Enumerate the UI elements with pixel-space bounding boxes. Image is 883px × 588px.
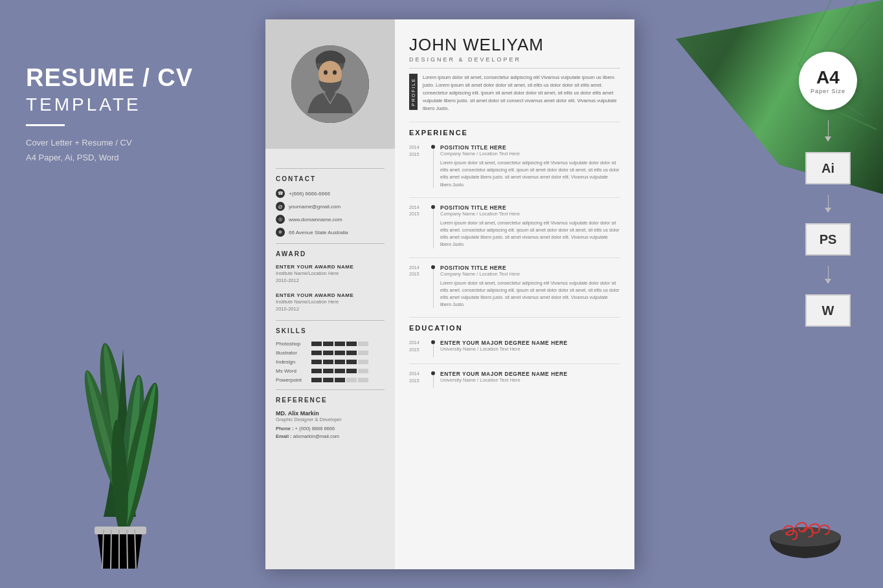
skill-name-3: Indesign bbox=[276, 359, 311, 365]
exp-content-1: POSITION TITLE HERE Company Name / Locat… bbox=[440, 144, 620, 188]
skill-bar bbox=[335, 342, 345, 346]
skill-bar-empty bbox=[358, 378, 368, 382]
format-badge-ps: PS bbox=[805, 223, 851, 256]
exp-title-1: POSITION TITLE HERE bbox=[440, 144, 620, 151]
left-divider-2 bbox=[276, 243, 385, 244]
skill-bars-3 bbox=[311, 360, 368, 364]
skill-bar bbox=[346, 360, 357, 364]
left-divider-3 bbox=[276, 320, 385, 321]
skill-bar bbox=[323, 351, 333, 355]
section-divider-2 bbox=[409, 197, 620, 198]
email-icon: @ bbox=[276, 202, 285, 211]
skill-bar bbox=[323, 360, 333, 364]
format-label-ps: PS bbox=[820, 232, 837, 247]
edu-university-2: University Name / Location Text Here bbox=[440, 377, 620, 383]
subtitle: Cover Letter + Resume / CV A4 Paper, Ai,… bbox=[26, 135, 220, 166]
svg-line-13 bbox=[127, 530, 128, 569]
skill-powerpoint: Powerpoint bbox=[276, 377, 385, 383]
phone-icon: ☎ bbox=[276, 189, 285, 198]
reference-role: Graphic Designer & Developer bbox=[276, 417, 385, 422]
format-badge-ai: Ai bbox=[805, 152, 851, 184]
skill-name-1: Photoshop bbox=[276, 341, 311, 347]
skill-bar bbox=[323, 369, 333, 373]
exp-content-3: POSITION TITLE HERE Company Name / Locat… bbox=[440, 265, 620, 309]
plant-decoration bbox=[39, 297, 220, 588]
award-name-2: ENTER YOUR AWARD NAME bbox=[276, 292, 385, 298]
exp-dot-line-1 bbox=[431, 144, 435, 188]
arrow-line-3 bbox=[828, 266, 829, 279]
skill-photoshop: Photoshop bbox=[276, 341, 385, 347]
exp-company-3: Company Name / Location Text Here bbox=[440, 271, 620, 277]
resume-right-column: JOHN WELIYAM DESIGNER & DEVELOPER PROFIL… bbox=[395, 19, 634, 569]
web-icon: ◎ bbox=[276, 215, 285, 224]
skill-bar-empty bbox=[358, 351, 368, 355]
svg-rect-9 bbox=[95, 527, 146, 534]
skill-bar-empty bbox=[358, 342, 368, 346]
resume-role: DESIGNER & DEVELOPER bbox=[409, 56, 620, 63]
exp-title-3: POSITION TITLE HERE bbox=[440, 265, 620, 271]
arrow-head-3 bbox=[825, 279, 831, 284]
edu-year-1: 20142015 bbox=[409, 340, 431, 357]
resume-photo-area bbox=[265, 19, 395, 149]
contact-phone: ☎ +(666) 6666-6666 bbox=[276, 189, 385, 198]
exp-company-1: Company Name / Location Text Here bbox=[440, 151, 620, 157]
arrow-head-2 bbox=[825, 208, 831, 213]
skill-bar bbox=[311, 360, 322, 364]
location-icon: ⊕ bbox=[276, 228, 285, 237]
edu-entry-2: 20142015 ENTER YOUR MAJOR DEGREE NAME HE… bbox=[409, 371, 620, 388]
edu-dot-line-1 bbox=[431, 340, 435, 357]
contact-section-title: CONTACT bbox=[276, 175, 385, 182]
a4-badge: A4 Paper Size bbox=[799, 52, 857, 110]
svg-point-19 bbox=[333, 71, 337, 75]
edu-university-1: University Name / Location Text Here bbox=[440, 346, 620, 352]
profile-label: PROFILE bbox=[409, 74, 418, 110]
arrow-head-1 bbox=[825, 136, 831, 142]
arrow-line-2 bbox=[828, 195, 829, 208]
exp-year-2: 20142015 bbox=[409, 204, 431, 248]
right-sidebar: A4 Paper Size Ai PS W bbox=[799, 52, 857, 327]
skill-bar bbox=[346, 369, 357, 373]
subtitle-line2: A4 Paper, Ai, PSD, Word bbox=[26, 150, 220, 165]
education-section-title: EDUCATION bbox=[409, 324, 620, 332]
skill-bar bbox=[311, 378, 322, 382]
edu-dot-line-2 bbox=[431, 371, 435, 388]
skill-bar bbox=[335, 351, 345, 355]
skill-msword: Ms Word bbox=[276, 368, 385, 374]
svg-line-11 bbox=[111, 530, 111, 569]
exp-entry-3: 20142015 POSITION TITLE HERE Company Nam… bbox=[409, 265, 620, 309]
award-entry-2: ENTER YOUR AWARD NAME Institute Name/Loc… bbox=[276, 292, 385, 313]
skill-bars-4 bbox=[311, 369, 368, 373]
skill-name-4: Ms Word bbox=[276, 368, 311, 374]
contact-address: ⊕ 66 Avenue State Australia bbox=[276, 228, 385, 237]
exp-line-2 bbox=[433, 209, 434, 248]
skill-bar bbox=[346, 342, 357, 346]
resume-left-content: CONTACT ☎ +(666) 6666-6666 @ yourname@gm… bbox=[265, 149, 395, 453]
left-panel: RESUME / CV TEMPLATE Cover Letter + Resu… bbox=[26, 65, 220, 166]
format-label-ai: Ai bbox=[822, 161, 834, 176]
resume-header: JOHN WELIYAM DESIGNER & DEVELOPER bbox=[409, 35, 620, 63]
web-text: www.domainname.com bbox=[289, 217, 342, 223]
address-text: 66 Avenue State Australia bbox=[289, 230, 348, 235]
award-detail-2: Institute Name/Location Here2010-2012 bbox=[276, 298, 385, 313]
exp-year-3: 20142015 bbox=[409, 265, 431, 309]
reference-email: Email : alixmarkin@mail.com bbox=[276, 433, 385, 441]
section-divider-3 bbox=[409, 257, 620, 258]
skill-bar bbox=[311, 351, 322, 355]
exp-line-1 bbox=[433, 149, 434, 188]
award-section-title: AWARD bbox=[276, 250, 385, 257]
exp-dot-line-3 bbox=[431, 265, 435, 309]
section-divider-1 bbox=[409, 122, 620, 122]
skill-indesign: Indesign bbox=[276, 359, 385, 365]
skill-bar bbox=[335, 369, 345, 373]
reference-section-title: REFERENCE bbox=[276, 397, 385, 404]
paperclips-bowl bbox=[766, 501, 844, 562]
a4-label: A4 bbox=[816, 67, 840, 88]
left-divider-1 bbox=[276, 168, 385, 169]
profile-section: PROFILE Lorem ipsum dolor sit amet, cons… bbox=[409, 74, 620, 113]
exp-entry-2: 20142015 POSITION TITLE HERE Company Nam… bbox=[409, 204, 620, 248]
experience-section-title: EXPERIENCE bbox=[409, 129, 620, 136]
skills-section-title: SKILLS bbox=[276, 327, 385, 334]
edu-line-2 bbox=[433, 375, 434, 388]
contact-email: @ yourname@gmail.com bbox=[276, 202, 385, 211]
header-divider bbox=[409, 68, 620, 69]
